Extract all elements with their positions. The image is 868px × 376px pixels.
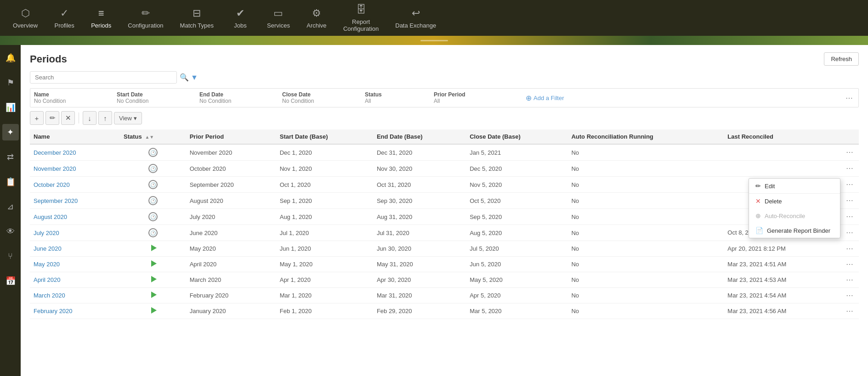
- add-button[interactable]: +: [30, 111, 44, 125]
- filter-name-header: Name: [34, 91, 117, 98]
- view-dropdown-icon: ▾: [134, 115, 137, 122]
- cell-name[interactable]: May 2020: [30, 257, 120, 272]
- periods-icon: ≡: [98, 7, 104, 19]
- period-link[interactable]: December 2020: [34, 149, 76, 156]
- context-menu-delete[interactable]: ✕ Delete: [749, 193, 840, 208]
- filter-more-options-button[interactable]: ⋯: [844, 94, 855, 102]
- cell-name[interactable]: April 2020: [30, 272, 120, 288]
- col-close-date[interactable]: Close Date (Base): [466, 129, 567, 144]
- row-more-button[interactable]: ⋯: [844, 260, 855, 269]
- cell-last-reconciled: Mar 23, 2021 4:54 AM⋯: [724, 288, 859, 303]
- status-play-icon: [151, 307, 157, 314]
- cell-name[interactable]: August 2020: [30, 209, 120, 225]
- sidebar-chart-icon[interactable]: 📊: [2, 99, 19, 116]
- cell-name[interactable]: November 2020: [30, 161, 120, 177]
- row-more-button[interactable]: ⋯: [844, 164, 855, 173]
- period-link[interactable]: September 2020: [34, 197, 78, 204]
- refresh-button[interactable]: Refresh: [824, 52, 859, 66]
- status-clock-icon: 🕐: [148, 148, 158, 157]
- cell-close-date: Apr 5, 2020: [466, 288, 567, 303]
- row-more-button[interactable]: ⋯: [844, 307, 855, 315]
- nav-configuration[interactable]: ✏ Configuration: [119, 4, 171, 33]
- cell-start-date: Aug 1, 2020: [276, 209, 373, 225]
- nav-jobs[interactable]: ✔ Jobs: [222, 4, 259, 33]
- cell-name[interactable]: October 2020: [30, 177, 120, 193]
- jobs-icon: ✔: [236, 7, 244, 19]
- cell-name[interactable]: March 2020: [30, 288, 120, 303]
- cell-name[interactable]: July 2020: [30, 225, 120, 241]
- cell-name[interactable]: February 2020: [30, 303, 120, 319]
- cell-end-date: Feb 29, 2020: [373, 303, 466, 319]
- row-more-button[interactable]: ⋯: [844, 291, 855, 300]
- cell-name[interactable]: December 2020: [30, 144, 120, 161]
- cell-start-date: Oct 1, 2020: [276, 177, 373, 193]
- cell-close-date: Jun 5, 2020: [466, 257, 567, 272]
- configuration-icon: ✏: [142, 7, 150, 19]
- search-icon[interactable]: 🔍: [180, 73, 189, 82]
- sidebar-tree-icon[interactable]: ⑂: [2, 248, 19, 264]
- row-more-button[interactable]: ⋯: [844, 196, 855, 205]
- period-link[interactable]: November 2020: [34, 165, 76, 172]
- sidebar-transfer-icon[interactable]: ⇄: [2, 149, 19, 165]
- col-status[interactable]: Status ▲▼: [120, 129, 186, 144]
- cell-status: 🕐: [120, 177, 186, 193]
- context-menu-generate-report[interactable]: 📄 Generate Report Binder: [749, 223, 840, 238]
- col-auto-recon[interactable]: Auto Reconciliation Running: [567, 129, 724, 144]
- col-start-date[interactable]: Start Date (Base): [276, 129, 373, 144]
- row-more-button[interactable]: ⋯: [844, 212, 855, 221]
- period-link[interactable]: August 2020: [34, 213, 67, 220]
- row-more-button[interactable]: ⋯: [844, 275, 855, 284]
- row-more-button[interactable]: ⋯: [844, 228, 855, 237]
- period-link[interactable]: March 2020: [34, 292, 65, 299]
- nav-overview[interactable]: ⬡ Overview: [5, 4, 46, 33]
- sidebar-bell-icon[interactable]: 🔔: [2, 50, 19, 66]
- cell-start-date: Dec 1, 2020: [276, 144, 373, 161]
- add-filter-icon: ⊕: [526, 94, 532, 102]
- cell-end-date: Jul 31, 2020: [373, 225, 466, 241]
- sidebar-copy-icon[interactable]: 📋: [2, 174, 19, 190]
- status-clock-icon: 🕐: [148, 196, 158, 205]
- generate-report-icon: 📄: [755, 227, 763, 234]
- sidebar-star-icon[interactable]: ✦: [2, 124, 19, 140]
- cell-auto-recon: No: [567, 257, 724, 272]
- col-end-date[interactable]: End Date (Base): [373, 129, 466, 144]
- upload-button[interactable]: ↑: [98, 111, 112, 125]
- context-menu-edit[interactable]: ✏ Edit: [749, 179, 840, 193]
- edit-button[interactable]: ✏: [45, 111, 59, 125]
- nav-report-configuration[interactable]: 🗄 ReportConfiguration: [335, 0, 387, 36]
- sidebar-filter-icon[interactable]: ⊿: [2, 198, 19, 215]
- download-button[interactable]: ↓: [83, 111, 96, 125]
- sidebar-calendar-icon[interactable]: 📅: [2, 273, 19, 289]
- search-input[interactable]: [30, 71, 177, 84]
- cell-name[interactable]: September 2020: [30, 193, 120, 209]
- cell-prior-period: October 2020: [186, 161, 276, 177]
- cell-status: 🕐: [120, 144, 186, 161]
- sidebar-eye-icon[interactable]: 👁: [2, 223, 19, 240]
- nav-periods[interactable]: ≡ Periods: [83, 4, 119, 33]
- filter-icon[interactable]: ▼: [191, 73, 198, 82]
- col-name[interactable]: Name: [30, 129, 120, 144]
- nav-services[interactable]: ▭ Services: [259, 4, 298, 33]
- nav-archive[interactable]: ⚙ Archive: [298, 4, 335, 33]
- nav-profiles[interactable]: ✓ Profiles: [46, 4, 83, 33]
- cell-name[interactable]: June 2020: [30, 241, 120, 257]
- view-button[interactable]: View ▾: [114, 112, 142, 124]
- nav-data-exchange[interactable]: ↩ Data Exchange: [387, 4, 444, 33]
- nav-match-types[interactable]: ⊟ Match Types: [172, 4, 222, 33]
- period-link[interactable]: June 2020: [34, 245, 62, 252]
- col-prior-period[interactable]: Prior Period: [186, 129, 276, 144]
- period-link[interactable]: May 2020: [34, 261, 60, 268]
- period-link[interactable]: October 2020: [34, 181, 70, 188]
- add-filter-button[interactable]: ⊕ Add a Filter: [526, 94, 844, 102]
- period-link[interactable]: July 2020: [34, 230, 59, 236]
- row-more-button[interactable]: ⋯: [844, 244, 855, 253]
- col-last-reconciled[interactable]: Last Reconciled: [724, 129, 859, 144]
- filter-start-date: Start Date No Condition: [117, 91, 199, 104]
- period-link[interactable]: February 2020: [34, 308, 73, 314]
- table-wrapper[interactable]: Name Status ▲▼ Prior Period Start Date (…: [30, 129, 859, 319]
- row-more-button[interactable]: ⋯: [844, 180, 855, 189]
- row-more-button[interactable]: ⋯: [844, 148, 855, 157]
- period-link[interactable]: April 2020: [34, 276, 61, 283]
- delete-button[interactable]: ✕: [61, 111, 75, 125]
- sidebar-flag-icon[interactable]: ⚑: [2, 74, 19, 91]
